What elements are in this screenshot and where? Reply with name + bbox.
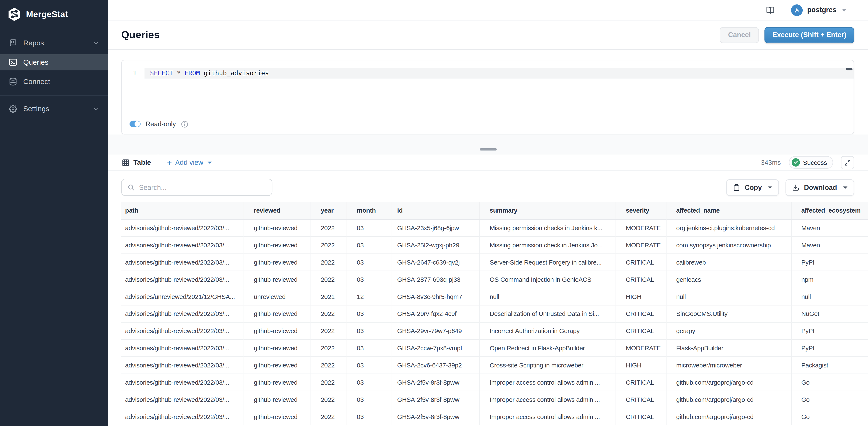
download-button[interactable]: Download (786, 179, 854, 196)
table-cell: npm (791, 271, 868, 288)
expand-button[interactable] (841, 156, 854, 169)
resize-drag-handle[interactable] (479, 148, 497, 151)
column-header-month: month (347, 202, 391, 219)
table-cell: 03 (347, 305, 391, 322)
table-cell: Go (791, 408, 868, 425)
table-cell: HIGH (616, 288, 666, 305)
sidebar-section-divider: Settings (0, 95, 108, 117)
table-cell: github.com/argoproj/argo-cd (666, 391, 791, 408)
table-row: advisories/github-reviewed/2022/03/...gi… (121, 254, 868, 271)
info-icon[interactable] (181, 120, 188, 128)
table-cell: Deserialization of Untrusted Data in Si.… (479, 305, 616, 322)
query-duration: 343ms (761, 159, 781, 166)
table-cell: PyPI (791, 322, 868, 339)
table-row: advisories/github-reviewed/2022/03/...gi… (121, 408, 868, 425)
table-cell: advisories/github-reviewed/2022/03/... (121, 408, 243, 425)
user-menu-caret-icon[interactable] (842, 8, 846, 11)
editor-scrollbar-thumb[interactable] (846, 68, 852, 70)
sidebar-item-repos[interactable]: Repos (0, 35, 108, 51)
table-grid-icon (122, 159, 130, 166)
table-cell: Improper access control allows admin ... (479, 391, 616, 408)
table-cell: advisories/github-reviewed/2022/03/... (121, 271, 243, 288)
table-cell: github-reviewed (244, 219, 311, 236)
table-cell: 2022 (310, 271, 347, 288)
page-header: Queries Cancel Execute (Shift + Enter) (108, 21, 868, 50)
table-cell: microweber/microweber (666, 356, 791, 373)
code-area[interactable]: 1 SELECT * FROM github_advisories (122, 60, 854, 78)
table-cell: PyPI (791, 254, 868, 271)
table-cell: 2022 (310, 356, 347, 373)
cancel-button[interactable]: Cancel (720, 27, 759, 43)
table-cell: MODERATE (616, 219, 666, 236)
table-cell: 03 (347, 356, 391, 373)
readonly-toggle[interactable] (129, 121, 141, 128)
table-cell: advisories/github-reviewed/2022/03/... (121, 356, 243, 373)
sql-keyword: FROM (185, 69, 200, 77)
table-cell: Missing permission check in Jenkins Jo..… (479, 236, 616, 254)
sidebar-nav: Repos Queries Connect (0, 35, 108, 117)
table-cell: 2022 (310, 373, 347, 391)
table-cell: 2022 (310, 236, 347, 254)
avatar[interactable] (791, 4, 803, 16)
column-header-id: id (391, 202, 479, 219)
table-cell: 03 (347, 322, 391, 339)
table-cell: PyPI (791, 339, 868, 356)
mergestat-app: MergeStat Repos Queries (0, 0, 868, 426)
username[interactable]: postgres (807, 6, 837, 14)
results-table-container[interactable]: pathreviewedyearmonthidsummaryseverityaf… (121, 202, 868, 426)
table-cell: 2022 (310, 408, 347, 425)
table-cell: 03 (347, 254, 391, 271)
copy-button[interactable]: Copy (726, 179, 779, 196)
table-cell: 12 (347, 288, 391, 305)
table-cell: github-reviewed (244, 356, 311, 373)
results-table: pathreviewedyearmonthidsummaryseverityaf… (121, 202, 868, 425)
table-cell: CRITICAL (616, 305, 666, 322)
table-cell: SinGooCMS.Utility (666, 305, 791, 322)
sql-editor[interactable]: 1 SELECT * FROM github_advisories Read-o… (121, 60, 854, 134)
search-box[interactable] (121, 179, 272, 196)
table-cell: gerapy (666, 322, 791, 339)
download-caret-icon (843, 186, 848, 188)
table-cell: Improper access control allows admin ... (479, 373, 616, 391)
status-label: Success (803, 159, 827, 166)
table-cell: advisories/github-reviewed/2022/03/... (121, 254, 243, 271)
table-cell: Maven (791, 236, 868, 254)
status-badge: Success (788, 156, 833, 169)
table-row: advisories/github-reviewed/2022/03/...gi… (121, 219, 868, 236)
table-cell: advisories/github-reviewed/2022/03/... (121, 219, 243, 236)
table-cell: 03 (347, 271, 391, 288)
table-cell: 2022 (310, 305, 347, 322)
docs-book-icon[interactable] (766, 6, 775, 14)
tab-table[interactable]: Table (121, 154, 158, 171)
table-cell: 2022 (310, 339, 347, 356)
table-cell: GHSA-2cv6-6437-39p2 (391, 356, 479, 373)
table-cell: 03 (347, 236, 391, 254)
table-row: advisories/github-reviewed/2022/03/...gi… (121, 305, 868, 322)
table-cell: 2022 (310, 219, 347, 236)
success-check-icon (792, 158, 800, 167)
column-header-summary: summary (479, 202, 616, 219)
table-cell: Improper access control allows admin ... (479, 408, 616, 425)
page-header-actions: Cancel Execute (Shift + Enter) (720, 27, 854, 43)
table-cell: null (791, 288, 868, 305)
sidebar-item-settings[interactable]: Settings (0, 101, 108, 117)
table-cell: github-reviewed (244, 271, 311, 288)
table-cell: CRITICAL (616, 271, 666, 288)
table-cell: GHSA-2f5v-8r3f-8pww (391, 391, 479, 408)
table-cell: advisories/github-reviewed/2022/03/... (121, 236, 243, 254)
sidebar-item-connect[interactable]: Connect (0, 74, 108, 90)
add-view-button[interactable]: + Add view (167, 158, 212, 167)
table-cell: github-reviewed (244, 322, 311, 339)
sidebar-item-queries[interactable]: Queries (0, 54, 108, 70)
copy-caret-icon (768, 186, 773, 188)
readonly-row: Read-only (129, 120, 188, 128)
table-cell: GHSA-8v3c-9hr5-hqm7 (391, 288, 479, 305)
table-cell: Server-Side Request Forgery in calibre..… (479, 254, 616, 271)
execute-button[interactable]: Execute (Shift + Enter) (765, 27, 854, 43)
sidebar: MergeStat Repos Queries (0, 0, 108, 426)
tab-table-label: Table (133, 159, 151, 166)
sidebar-item-label: Settings (23, 105, 86, 113)
logo[interactable]: MergeStat (0, 0, 108, 22)
repo-icon (9, 39, 17, 47)
search-input[interactable] (139, 184, 266, 191)
